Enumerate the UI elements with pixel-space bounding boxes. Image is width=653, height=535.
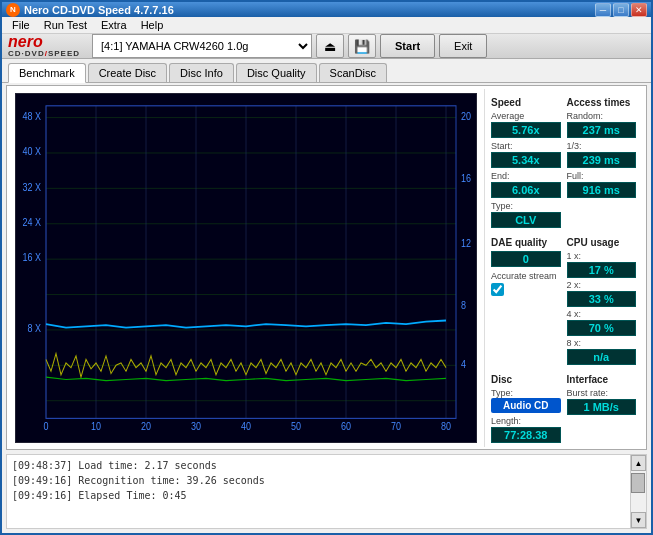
speed-title: Speed [491, 97, 561, 108]
log-content: [09:48:37] Load time: 2.17 seconds [09:4… [7, 455, 630, 528]
tab-benchmark[interactable]: Benchmark [8, 63, 86, 83]
svg-text:8 X: 8 X [27, 323, 41, 335]
access-times-section: Access times Random: 237 ms 1/3: 239 ms … [567, 93, 637, 228]
svg-text:12: 12 [461, 238, 471, 250]
title-bar: N Nero CD-DVD Speed 4.7.7.16 ─ □ ✕ [2, 2, 651, 17]
save-button[interactable]: 💾 [348, 34, 376, 58]
average-label: Average [491, 111, 561, 121]
toolbar: nero CD·DVD/SPEED [4:1] YAMAHA CRW4260 1… [2, 34, 651, 59]
menu-file[interactable]: File [6, 17, 36, 33]
menu-extra[interactable]: Extra [95, 17, 133, 33]
app-logo: nero CD·DVD/SPEED [8, 34, 80, 58]
cpu-2x-label: 2 x: [567, 280, 637, 290]
svg-text:32 X: 32 X [23, 181, 42, 193]
full-label: Full: [567, 171, 637, 181]
access-times-title: Access times [567, 97, 637, 108]
svg-text:20: 20 [141, 420, 151, 432]
tab-scan-disc[interactable]: ScanDisc [319, 63, 387, 82]
menu-help[interactable]: Help [135, 17, 170, 33]
scroll-down-button[interactable]: ▼ [631, 512, 646, 528]
svg-text:60: 60 [341, 420, 351, 432]
svg-text:48 X: 48 X [23, 110, 42, 122]
stats-panel: Speed Average 5.76x Start: 5.34x End: 6.… [484, 89, 642, 447]
tab-create-disc[interactable]: Create Disc [88, 63, 167, 82]
svg-text:40 X: 40 X [23, 146, 42, 158]
svg-text:70: 70 [391, 420, 401, 432]
svg-text:16 X: 16 X [23, 252, 42, 264]
full-value: 916 ms [567, 182, 637, 198]
cpu-8x-value: n/a [567, 349, 637, 365]
burst-rate-value: 1 MB/s [567, 399, 637, 415]
menu-run-test[interactable]: Run Test [38, 17, 93, 33]
logo-nero: nero [8, 34, 80, 50]
scroll-track [631, 471, 646, 512]
window-title: Nero CD-DVD Speed 4.7.7.16 [24, 4, 174, 16]
minimize-button[interactable]: ─ [595, 3, 611, 17]
interface-section: Interface Burst rate: 1 MB/s [567, 370, 637, 443]
average-value: 5.76x [491, 122, 561, 138]
dae-section: DAE quality 0 Accurate stream [491, 233, 561, 365]
svg-text:50: 50 [291, 420, 301, 432]
end-value: 6.06x [491, 182, 561, 198]
menu-bar: File Run Test Extra Help [2, 17, 651, 34]
start-value: 5.34x [491, 152, 561, 168]
start-button[interactable]: Start [380, 34, 435, 58]
cpu-8x-label: 8 x: [567, 338, 637, 348]
one-third-value: 239 ms [567, 152, 637, 168]
log-area: [09:48:37] Load time: 2.17 seconds [09:4… [6, 454, 647, 529]
tab-disc-quality[interactable]: Disc Quality [236, 63, 317, 82]
one-third-label: 1/3: [567, 141, 637, 151]
cpu-1x-value: 17 % [567, 262, 637, 278]
disc-length-label: Length: [491, 416, 561, 426]
log-line-1: [09:49:16] Recognition time: 39.26 secon… [12, 473, 625, 488]
svg-text:8: 8 [461, 299, 466, 311]
start-label: Start: [491, 141, 561, 151]
tab-disc-info[interactable]: Disc Info [169, 63, 234, 82]
cpu-2x-value: 33 % [567, 291, 637, 307]
svg-text:4: 4 [461, 358, 466, 370]
close-button[interactable]: ✕ [631, 3, 647, 17]
type-label: Type: [491, 201, 561, 211]
disc-type-badge: Audio CD [491, 398, 561, 413]
random-label: Random: [567, 111, 637, 121]
dae-title: DAE quality [491, 237, 561, 248]
log-line-2: [09:49:16] Elapsed Time: 0:45 [12, 488, 625, 503]
log-line-0: [09:48:37] Load time: 2.17 seconds [12, 458, 625, 473]
end-label: End: [491, 171, 561, 181]
exit-button[interactable]: Exit [439, 34, 487, 58]
disc-section: Disc Type: Audio CD Length: 77:28.38 [491, 370, 561, 443]
svg-text:40: 40 [241, 420, 251, 432]
interface-title: Interface [567, 374, 637, 385]
benchmark-chart: 48 X 40 X 32 X 24 X 16 X 8 X 20 16 12 8 … [16, 94, 476, 442]
scroll-up-button[interactable]: ▲ [631, 455, 646, 471]
svg-text:80: 80 [441, 420, 451, 432]
svg-text:10: 10 [91, 420, 101, 432]
cpu-usage-section: CPU usage 1 x: 17 % 2 x: 33 % 4 x: 70 % … [567, 233, 637, 365]
chart-area: 48 X 40 X 32 X 24 X 16 X 8 X 20 16 12 8 … [15, 93, 477, 443]
eject-button[interactable]: ⏏ [316, 34, 344, 58]
svg-text:24 X: 24 X [23, 216, 42, 228]
type-value: CLV [491, 212, 561, 228]
disc-length-value: 77:28.38 [491, 427, 561, 443]
tab-bar: Benchmark Create Disc Disc Info Disc Qua… [2, 59, 651, 83]
cpu-title: CPU usage [567, 237, 637, 248]
accurate-stream-label: Accurate stream [491, 271, 561, 281]
svg-text:0: 0 [43, 420, 48, 432]
burst-rate-label: Burst rate: [567, 388, 637, 398]
app-icon: N [6, 3, 20, 17]
disc-title: Disc [491, 374, 561, 385]
cpu-1x-label: 1 x: [567, 251, 637, 261]
cpu-4x-label: 4 x: [567, 309, 637, 319]
logo-cdspeed: CD·DVD/SPEED [8, 50, 80, 58]
dae-value: 0 [491, 251, 561, 267]
accurate-stream-checkbox[interactable] [491, 283, 504, 296]
svg-text:20: 20 [461, 110, 471, 122]
cpu-4x-value: 70 % [567, 320, 637, 336]
maximize-button[interactable]: □ [613, 3, 629, 17]
scroll-thumb[interactable] [631, 473, 645, 493]
content-area: Benchmark Create Disc Disc Info Disc Qua… [2, 59, 651, 533]
drive-select[interactable]: [4:1] YAMAHA CRW4260 1.0g [92, 34, 312, 58]
log-scrollbar: ▲ ▼ [630, 455, 646, 528]
random-value: 237 ms [567, 122, 637, 138]
app-window: N Nero CD-DVD Speed 4.7.7.16 ─ □ ✕ File … [0, 0, 653, 535]
